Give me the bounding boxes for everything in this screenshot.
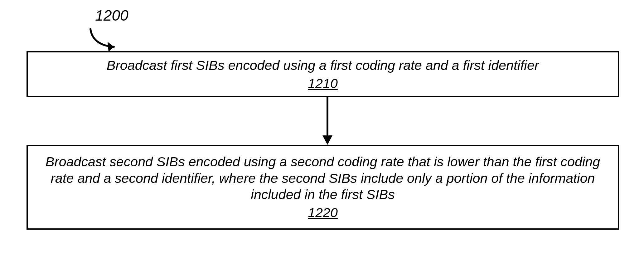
svg-marker-2 (322, 135, 332, 145)
flow-step-2-number: 1220 (308, 204, 338, 221)
flow-arrow-down-icon (318, 97, 337, 146)
svg-marker-0 (108, 42, 114, 52)
figure-reference-number: 1200 (95, 7, 128, 24)
flow-step-2: Broadcast second SIBs encoded using a se… (27, 145, 619, 230)
flowchart-canvas: 1200 Broadcast first SIBs encoded using … (0, 0, 644, 273)
flow-step-1-text: Broadcast first SIBs encoded using a fir… (107, 57, 539, 73)
flow-step-2-text: Broadcast second SIBs encoded using a se… (40, 154, 605, 202)
flow-step-1-number: 1210 (308, 75, 338, 91)
flow-step-1: Broadcast first SIBs encoded using a fir… (27, 51, 619, 97)
